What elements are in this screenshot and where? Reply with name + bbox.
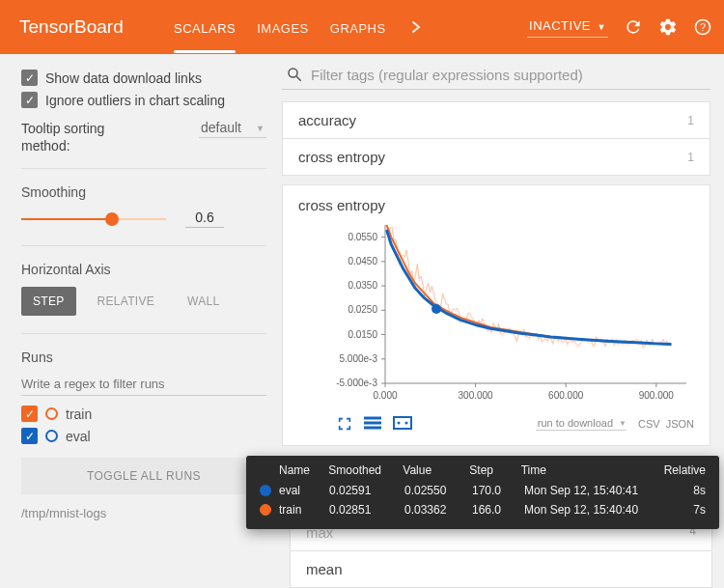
tabs-more-chevron[interactable] — [407, 20, 425, 34]
tooltip-sort-label: Tooltip sorting method: — [21, 120, 137, 154]
svg-text:900.000: 900.000 — [639, 390, 675, 401]
tooltip-row-train: train 0.02851 0.03362 166.0 Mon Sep 12, … — [260, 500, 706, 519]
svg-text:0.0450: 0.0450 — [348, 256, 377, 266]
header-tabs: SCALARS IMAGES GRAPHS — [174, 4, 425, 51]
svg-text:0.000: 0.000 — [373, 390, 397, 401]
search-icon — [286, 66, 303, 83]
tab-scalars[interactable]: SCALARS — [174, 4, 236, 51]
run-swatch-train — [45, 407, 58, 420]
refresh-icon[interactable] — [624, 17, 643, 37]
dropdown-triangle-icon: ▼ — [598, 22, 606, 32]
svg-point-34 — [405, 422, 408, 425]
svg-text:0.0350: 0.0350 — [348, 280, 377, 291]
app-header: TensorBoard SCALARS IMAGES GRAPHS INACTI… — [0, 0, 724, 54]
label-show-download-links: Show data download links — [45, 70, 202, 86]
svg-text:?: ? — [700, 21, 706, 33]
help-icon[interactable]: ? — [693, 17, 712, 37]
download-json-link[interactable]: JSON — [666, 418, 694, 430]
runs-label: Runs — [21, 350, 266, 365]
chart-fit-icon[interactable] — [393, 416, 412, 432]
axis-relative-button[interactable]: RELATIVE — [86, 287, 167, 316]
chart-log-icon[interactable] — [364, 416, 381, 432]
axis-wall-button[interactable]: WALL — [176, 287, 231, 316]
tag-group-accuracy[interactable]: accuracy 1 — [282, 101, 710, 139]
svg-text:0.0250: 0.0250 — [348, 304, 377, 315]
checkbox-show-download-links[interactable]: ✓ — [21, 70, 38, 86]
svg-text:5.000e-3: 5.000e-3 — [340, 353, 378, 364]
svg-point-2 — [289, 69, 297, 77]
run-name-train: train — [66, 406, 92, 422]
svg-line-3 — [296, 76, 301, 81]
settings-gear-icon[interactable] — [658, 17, 678, 37]
dropdown-triangle-icon: ▼ — [256, 124, 265, 133]
run-to-download-select[interactable]: run to download▼ — [536, 417, 627, 431]
tab-graphs[interactable]: GRAPHS — [330, 4, 386, 51]
tab-images[interactable]: IMAGES — [257, 4, 309, 51]
chart-expand-icon[interactable] — [337, 416, 352, 432]
run-swatch-eval — [45, 430, 58, 442]
svg-point-28 — [432, 304, 441, 314]
runs-filter-input[interactable] — [21, 375, 266, 396]
svg-text:-5.000e-3: -5.000e-3 — [336, 378, 377, 388]
sidebar: ✓ Show data download links ✓ Ignore outl… — [0, 54, 282, 588]
toggle-all-runs-button[interactable]: TOGGLE ALL RUNS — [21, 458, 266, 494]
smoothing-slider[interactable] — [21, 211, 166, 227]
svg-text:600.000: 600.000 — [548, 390, 584, 401]
tag-group-cross-entropy[interactable]: cross entropy 1 — [282, 138, 710, 176]
chart-plot[interactable]: -5.000e-35.000e-30.01500.02500.03500.045… — [318, 217, 694, 410]
svg-text:0.0550: 0.0550 — [348, 232, 377, 242]
tooltip-sort-select[interactable]: default▼ — [199, 120, 266, 138]
label-ignore-outliers: Ignore outliers in chart scaling — [45, 93, 225, 108]
smoothing-value-input[interactable]: 0.6 — [185, 210, 224, 228]
chart-title: cross entropy — [298, 197, 694, 213]
logo: TensorBoard — [19, 16, 174, 38]
tooltip-row-eval: eval 0.02591 0.02550 170.0 Mon Sep 12, 1… — [260, 481, 706, 500]
checkbox-ignore-outliers[interactable]: ✓ — [21, 92, 38, 108]
axis-step-button[interactable]: STEP — [21, 287, 76, 316]
run-name-eval: eval — [66, 429, 91, 444]
chart-card-cross-entropy: cross entropy -5.000e-35.000e-30.01500.0… — [282, 184, 710, 446]
smoothing-label: Smoothing — [21, 184, 266, 200]
svg-point-33 — [398, 422, 401, 425]
tag-group-mean[interactable]: mean — [290, 550, 712, 588]
horizontal-axis-label: Horizontal Axis — [21, 262, 266, 277]
chart-tooltip: Name Smoothed Value Step Time Relative e… — [246, 456, 719, 529]
run-checkbox-train[interactable]: ✓ — [21, 406, 38, 422]
svg-text:300.000: 300.000 — [459, 390, 494, 401]
logdir-path: /tmp/mnist-logs — [21, 506, 266, 520]
svg-text:0.0150: 0.0150 — [348, 329, 377, 340]
tag-filter-input[interactable] — [311, 67, 707, 83]
svg-rect-32 — [394, 417, 411, 429]
download-csv-link[interactable]: CSV — [638, 418, 660, 430]
run-checkbox-eval[interactable]: ✓ — [21, 428, 38, 444]
inactive-plugins-select[interactable]: INACTIVE▼ — [527, 16, 608, 38]
